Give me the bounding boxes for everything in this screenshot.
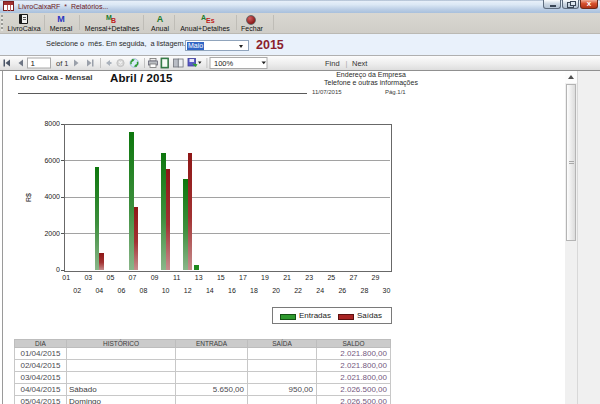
svg-text:Find: Find xyxy=(325,59,340,68)
svg-text:Next: Next xyxy=(352,59,368,68)
svg-text:1: 1 xyxy=(31,59,36,68)
svg-text:of 1: of 1 xyxy=(56,59,69,68)
svg-text:100%: 100% xyxy=(214,59,234,68)
svg-text:|: | xyxy=(346,59,348,68)
